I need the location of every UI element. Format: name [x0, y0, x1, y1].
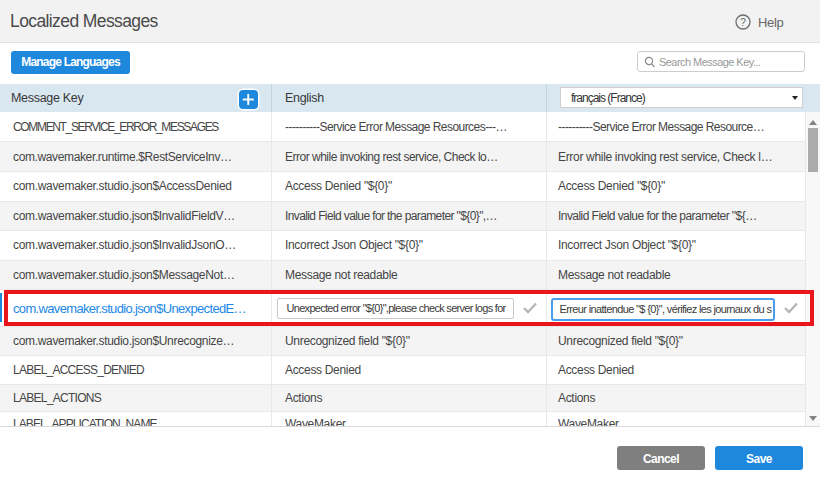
svg-text:?: ? [740, 17, 746, 28]
